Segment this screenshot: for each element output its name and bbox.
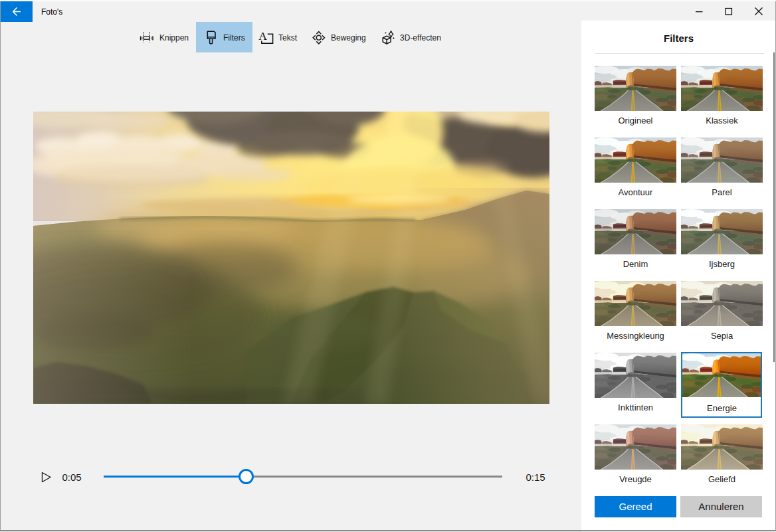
svg-text:A: A (258, 29, 267, 43)
